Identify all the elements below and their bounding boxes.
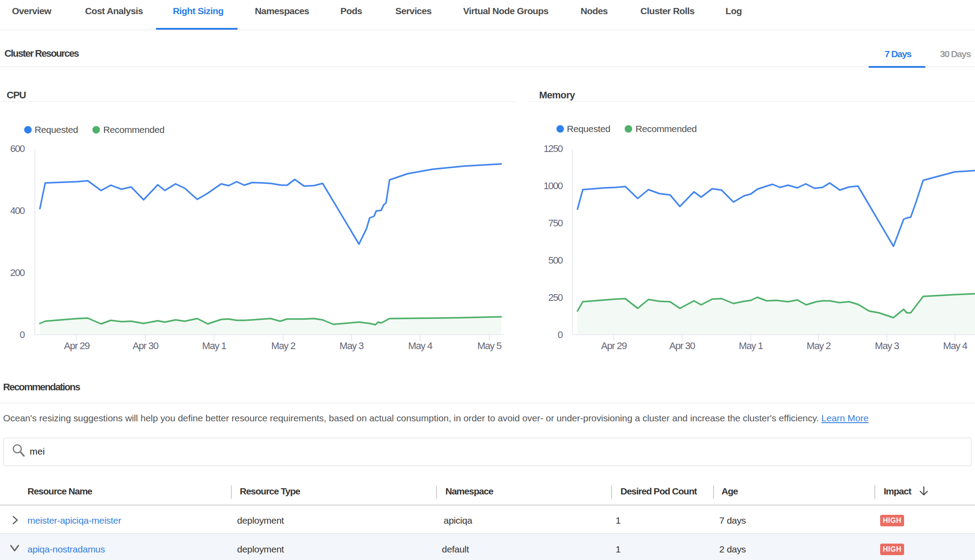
svg-text:Apr 30: Apr 30 [133,340,159,351]
svg-text:CPU: CPU [7,89,26,101]
svg-text:May 2: May 2 [807,340,831,351]
svg-text:May 5: May 5 [477,340,502,351]
svg-text:750: 750 [548,218,563,229]
svg-text:0: 0 [558,329,563,340]
svg-text:Memory: Memory [539,89,576,101]
svg-text:May 3: May 3 [339,340,364,351]
svg-text:1250: 1250 [543,143,563,154]
svg-text:600: 600 [10,143,25,154]
svg-text:Requested: Requested [35,124,78,135]
svg-text:Recommended: Recommended [636,124,697,134]
svg-text:0: 0 [20,329,25,340]
svg-text:May 4: May 4 [408,340,433,351]
svg-text:Requested: Requested [567,124,610,134]
svg-text:500: 500 [548,255,563,266]
svg-text:May 1: May 1 [739,340,763,351]
svg-text:Apr 29: Apr 29 [601,340,627,351]
svg-text:200: 200 [10,267,25,278]
svg-text:Recommended: Recommended [103,124,164,135]
svg-text:May 3: May 3 [875,340,899,351]
svg-text:May 4: May 4 [943,340,967,351]
svg-text:Apr 29: Apr 29 [64,340,90,351]
svg-text:May 2: May 2 [271,340,296,351]
svg-text:May 1: May 1 [202,340,226,351]
svg-text:400: 400 [10,205,25,216]
svg-text:1000: 1000 [543,180,563,191]
svg-text:250: 250 [548,292,563,303]
svg-text:Apr 30: Apr 30 [669,340,695,351]
